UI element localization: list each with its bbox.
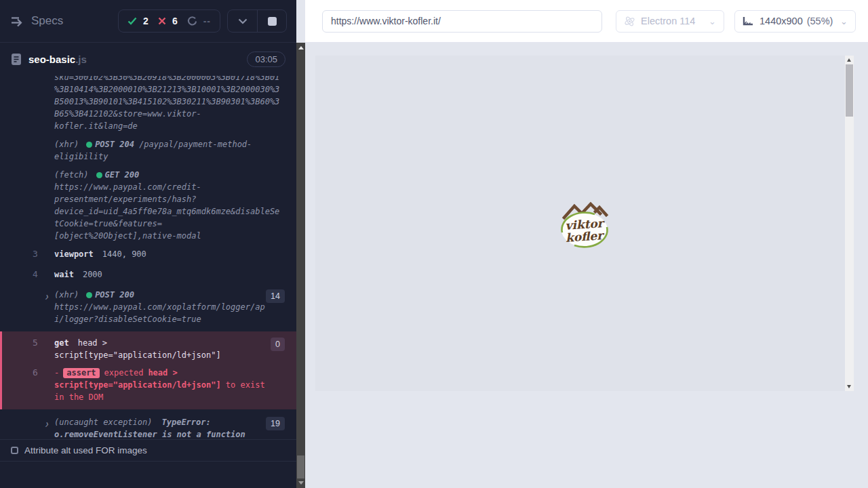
command-name: wait xyxy=(54,270,74,279)
command-number: 3 xyxy=(33,248,38,260)
log-entry-cmd-get[interactable]: 5 gethead > script[type="application/ld+… xyxy=(20,337,285,361)
scroll-up-arrow-icon[interactable] xyxy=(298,46,304,49)
log-entry-cmd-viewport[interactable]: 3 viewport1440, 900 xyxy=(20,248,285,260)
url-text: https://www.viktor-kofler.it/ xyxy=(331,16,441,26)
pending-count: -- xyxy=(203,16,211,26)
status-ok-dot xyxy=(86,142,92,148)
passed-check-icon xyxy=(127,17,137,25)
run-stats: 2 6 -- xyxy=(118,9,220,33)
request-type-label: (xhr) xyxy=(54,290,79,300)
element-count-badge: 0 xyxy=(271,338,285,351)
aut-viewport[interactable]: viktor kofler xyxy=(315,56,854,391)
browser-select[interactable]: Electron 114 ⌄ xyxy=(616,10,724,33)
command-log[interactable]: sku=300102%3B30%3B20918%3B2000003%3B0171… xyxy=(0,76,296,439)
browser-label: Electron 114 xyxy=(641,16,695,26)
svg-text:kofler: kofler xyxy=(565,228,606,244)
request-url: https://www.paypal.com/xoplatform/logger… xyxy=(54,301,285,325)
chevron-down-icon xyxy=(238,18,248,24)
request-status: POST 200 xyxy=(95,290,134,300)
stop-run-button[interactable] xyxy=(257,10,286,32)
url-bar[interactable]: https://www.viktor-kofler.it/ xyxy=(322,10,602,33)
log-entry-xhr-payment[interactable]: (xhr)POST 204 /paypal/payment-method- el… xyxy=(20,138,285,163)
assert-text: expected xyxy=(104,368,144,378)
command-args: 1440, 900 xyxy=(102,249,146,259)
viewport-zoom-label: (55%) xyxy=(807,16,833,26)
reporter-header: Specs 2 6 -- xyxy=(0,0,296,43)
event-count-badge: 19 xyxy=(266,417,285,430)
runner-panel: https://www.viktor-kofler.it/ Electron 1… xyxy=(305,0,868,488)
assert-dash: - xyxy=(54,368,59,378)
status-ok-dot xyxy=(96,172,102,178)
runner-header: https://www.viktor-kofler.it/ Electron 1… xyxy=(305,0,868,43)
chevron-down-icon: ⌄ xyxy=(709,16,716,26)
log-entry-assert[interactable]: 6 -assertexpectedhead > script[type="app… xyxy=(20,367,285,403)
scrollbar-thumb[interactable] xyxy=(846,64,853,117)
failed-x-icon xyxy=(158,17,166,25)
log-entry-uncaught-exception[interactable]: ❯ (uncaught exception)TypeError: o.remov… xyxy=(20,416,285,439)
expand-chevron-icon[interactable]: ❯ xyxy=(45,291,48,303)
log-entry-fetch-paypal[interactable]: (fetch)GET 200 https://www.paypal.com/cr… xyxy=(20,169,285,242)
log-entry-xhr-logger[interactable]: ❯ (xhr)POST 200 https://www.paypal.com/x… xyxy=(20,289,285,325)
event-count-badge: 14 xyxy=(266,289,285,303)
request-status: POST 204 xyxy=(95,140,134,149)
viewport-size-label: 1440x900 xyxy=(760,16,803,26)
spec-name: seo-basic.js xyxy=(28,54,87,65)
scroll-up-arrow-icon[interactable] xyxy=(847,58,851,62)
reporter-scrollbar[interactable] xyxy=(296,43,305,488)
pending-spinner-icon xyxy=(187,16,197,26)
command-number: 5 xyxy=(33,337,38,349)
scrollbar-thumb[interactable] xyxy=(297,455,304,479)
page-scrollbar[interactable] xyxy=(845,56,854,391)
spec-duration-badge: 03:05 xyxy=(247,52,285,67)
electron-icon xyxy=(624,16,635,27)
status-ok-dot xyxy=(86,292,92,298)
log-entry-request-url-tail: sku=300102%3B30%3B20918%3B2000003%3B0171… xyxy=(20,76,285,132)
request-url: https://www.paypal.com/credit- presentme… xyxy=(54,181,285,242)
spec-file-row[interactable]: seo-basic.js 03:05 xyxy=(0,43,296,76)
log-entry-cmd-wait[interactable]: 4 wait2000 xyxy=(20,268,285,281)
command-args: 2000 xyxy=(83,270,102,279)
specs-title: Specs xyxy=(31,14,63,28)
failed-count: 6 xyxy=(172,16,178,26)
next-test-title: Attribute alt used FOR images xyxy=(24,445,147,455)
reporter-panel: Specs 2 6 -- xyxy=(0,0,305,488)
specs-list-icon[interactable] xyxy=(11,16,24,26)
request-url-text: sku=300102%3B30%3B20918%3B2000003%3B0171… xyxy=(54,76,279,131)
request-status: GET 200 xyxy=(105,170,140,180)
spec-file-icon xyxy=(11,53,22,66)
viewport-ruler-icon xyxy=(743,16,754,26)
request-type-label: (xhr) xyxy=(54,140,79,149)
passed-count: 2 xyxy=(143,16,149,26)
command-name: get xyxy=(54,338,69,348)
request-url: /paypal/payment-method- eligibility xyxy=(54,140,252,161)
command-name: viewport xyxy=(54,249,94,259)
stop-icon xyxy=(268,17,277,26)
test-state-icon xyxy=(11,447,18,454)
expand-chevron-icon[interactable]: ❯ xyxy=(45,418,48,430)
command-number: 4 xyxy=(33,268,38,281)
request-type-label: (fetch) xyxy=(54,170,89,180)
next-test-row[interactable]: Attribute alt used FOR images xyxy=(0,439,296,462)
viewport-size-select[interactable]: 1440x900 (55%) ⌄ xyxy=(734,10,856,33)
chevron-down-icon: ⌄ xyxy=(840,16,848,26)
exception-type-label: (uncaught exception) xyxy=(54,418,153,427)
spec-extension: .js xyxy=(75,54,87,65)
runner-stage: viktor kofler xyxy=(305,43,868,488)
command-args: head > script[type="application/ld+json"… xyxy=(54,338,221,360)
scroll-down-arrow-icon[interactable] xyxy=(847,385,851,388)
failed-command-group: 5 gethead > script[type="application/ld+… xyxy=(0,331,296,409)
scroll-down-arrow-icon[interactable] xyxy=(298,481,304,485)
run-controls xyxy=(227,9,287,33)
site-logo: viktor kofler xyxy=(559,196,610,251)
reporter-sidebar: Specs 2 6 -- xyxy=(0,0,296,488)
collapse-button[interactable] xyxy=(228,10,257,32)
command-number: 6 xyxy=(33,367,38,379)
assert-pill: assert xyxy=(63,368,99,378)
viktor-kofler-logo-icon: viktor kofler xyxy=(559,196,610,249)
